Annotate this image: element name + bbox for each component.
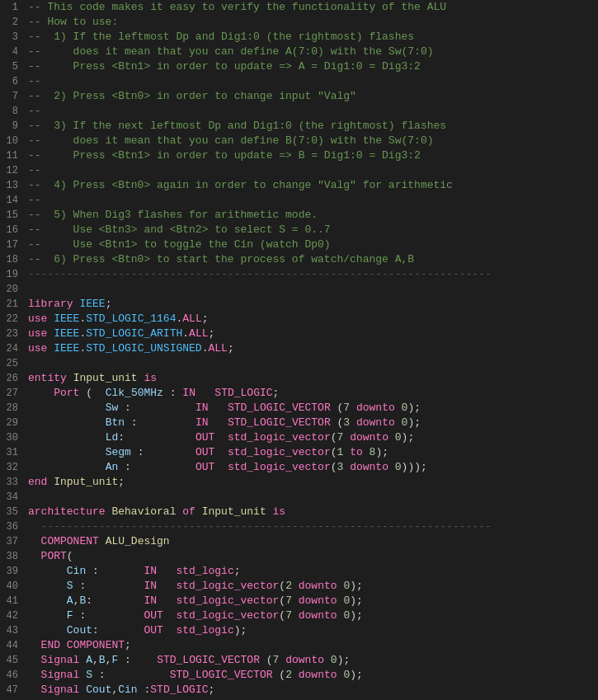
line-content: -- 6) Press <Btn0> to start the process … xyxy=(25,252,598,267)
line-content: library IEEE; xyxy=(25,297,598,312)
line-content: -- Press <Btn1> in order to update => A … xyxy=(25,59,598,74)
line-content: An : OUT std_logic_vector(3 downto 0))); xyxy=(25,460,598,475)
line-content: Signal Cout,Cin :STD_LOGIC; xyxy=(25,683,598,698)
code-line: 43 Cout: OUT std_logic); xyxy=(0,623,598,638)
line-content: PORT( xyxy=(25,549,598,564)
code-line: 28 Sw : IN STD_LOGIC_VECTOR (7 downto 0)… xyxy=(0,401,598,416)
code-line: 13-- 4) Press <Btn0> again in order to c… xyxy=(0,178,598,193)
line-content: -- does it mean that you can define A(7:… xyxy=(25,45,598,59)
line-number: 20 xyxy=(0,282,25,297)
line-content: -- 4) Press <Btn0> again in order to cha… xyxy=(25,178,598,193)
code-line: 21library IEEE; xyxy=(0,297,598,312)
line-number: 15 xyxy=(0,208,25,223)
code-line: 25 xyxy=(0,356,598,371)
code-line: 32 An : OUT std_logic_vector(3 downto 0)… xyxy=(0,460,598,475)
line-number: 44 xyxy=(0,638,25,653)
code-line: 7-- 2) Press <Btn0> in order to change i… xyxy=(0,89,598,104)
code-line: 42 F : OUT std_logic_vector(7 downto 0); xyxy=(0,608,598,623)
line-content: END COMPONENT; xyxy=(25,638,598,653)
line-number: 22 xyxy=(0,312,25,327)
code-line: 37 COMPONENT ALU_Design xyxy=(0,534,598,549)
code-line: 1-- This code makes it easy to verify th… xyxy=(0,0,598,15)
code-line: 27 Port ( Clk_50MHz : IN STD_LOGIC; xyxy=(0,386,598,401)
line-number: 33 xyxy=(0,475,25,490)
line-content: S : IN std_logic_vector(2 downto 0); xyxy=(25,579,598,594)
code-line: 41 A,B: IN std_logic_vector(7 downto 0); xyxy=(0,594,598,608)
code-line: 36 -------------------------------------… xyxy=(0,519,598,534)
line-content: architecture Behavioral of Input_unit is xyxy=(25,505,598,519)
line-content: end Input_unit; xyxy=(25,475,598,490)
line-number: 37 xyxy=(0,534,25,549)
line-content: -- Use <Btn1> to toggle the Cin (watch D… xyxy=(25,237,598,252)
line-content: Btn : IN STD_LOGIC_VECTOR (3 downto 0); xyxy=(25,416,598,430)
code-line: 31 Segm : OUT std_logic_vector(1 to 8); xyxy=(0,445,598,460)
line-content: COMPONENT ALU_Design xyxy=(25,534,598,549)
line-number: 14 xyxy=(0,193,25,208)
line-content: Cin : IN std_logic; xyxy=(25,564,598,579)
line-content: -- xyxy=(25,163,598,178)
line-content: -- Use <Btn3> and <Btn2> to select S = 0… xyxy=(25,223,598,237)
line-number: 13 xyxy=(0,178,25,193)
line-content: Signal S : STD_LOGIC_VECTOR (2 downto 0)… xyxy=(25,668,598,683)
line-number: 25 xyxy=(0,356,25,371)
code-line: 15-- 5) When Dig3 flashes for arithmetic… xyxy=(0,208,598,223)
code-line: 3-- 1) If the leftmost Dp and Dig1:0 (th… xyxy=(0,30,598,45)
line-number: 30 xyxy=(0,430,25,445)
code-line: 44 END COMPONENT; xyxy=(0,638,598,653)
code-line: 24use IEEE.STD_LOGIC_UNSIGNED.ALL; xyxy=(0,341,598,356)
code-line: 19--------------------------------------… xyxy=(0,267,598,282)
code-editor: 1-- This code makes it easy to verify th… xyxy=(0,0,598,700)
line-number: 9 xyxy=(0,119,25,134)
line-content: use IEEE.STD_LOGIC_ARITH.ALL; xyxy=(25,327,598,341)
line-content: Ld: OUT std_logic_vector(7 downto 0); xyxy=(25,430,598,445)
code-line: 8-- xyxy=(0,104,598,119)
line-content: F : OUT std_logic_vector(7 downto 0); xyxy=(25,608,598,623)
line-number: 40 xyxy=(0,579,25,594)
line-content: -- does it mean that you can define B(7:… xyxy=(25,134,598,148)
line-number: 8 xyxy=(0,104,25,119)
line-content: entity Input_unit is xyxy=(25,371,598,386)
line-number: 39 xyxy=(0,564,25,579)
line-number: 7 xyxy=(0,89,25,104)
code-line: 2-- How to use: xyxy=(0,15,598,30)
code-line: 9-- 3) If the next leftmost Dp and Dig1:… xyxy=(0,119,598,134)
line-number: 31 xyxy=(0,445,25,460)
line-number: 2 xyxy=(0,15,25,30)
code-line: 16-- Use <Btn3> and <Btn2> to select S =… xyxy=(0,223,598,237)
line-content: -- 5) When Dig3 flashes for arithmetic m… xyxy=(25,208,598,223)
line-number: 27 xyxy=(0,386,25,401)
code-line: 20 xyxy=(0,282,598,297)
line-number: 5 xyxy=(0,59,25,74)
code-line: 4-- does it mean that you can define A(7… xyxy=(0,45,598,59)
code-line: 46 Signal S : STD_LOGIC_VECTOR (2 downto… xyxy=(0,668,598,683)
line-number: 35 xyxy=(0,505,25,519)
line-number: 16 xyxy=(0,223,25,237)
line-number: 46 xyxy=(0,668,25,683)
code-line: 11-- Press <Btn1> in order to update => … xyxy=(0,148,598,163)
code-line: 14-- xyxy=(0,193,598,208)
code-line: 34 xyxy=(0,490,598,505)
code-line: 40 S : IN std_logic_vector(2 downto 0); xyxy=(0,579,598,594)
line-number: 1 xyxy=(0,0,25,15)
code-line: 39 Cin : IN std_logic; xyxy=(0,564,598,579)
line-number: 28 xyxy=(0,401,25,416)
line-content: -- This code makes it easy to verify the… xyxy=(25,0,598,15)
line-content: use IEEE.STD_LOGIC_1164.ALL; xyxy=(25,312,598,327)
line-content: Signal A,B,F : STD_LOGIC_VECTOR (7 downt… xyxy=(25,653,598,668)
line-number: 38 xyxy=(0,549,25,564)
line-number: 6 xyxy=(0,74,25,89)
line-number: 45 xyxy=(0,653,25,668)
line-content: -- xyxy=(25,74,598,89)
line-number: 41 xyxy=(0,594,25,608)
line-content: Sw : IN STD_LOGIC_VECTOR (7 downto 0); xyxy=(25,401,598,416)
code-line: 30 Ld: OUT std_logic_vector(7 downto 0); xyxy=(0,430,598,445)
line-number: 47 xyxy=(0,683,25,698)
code-line: 18-- 6) Press <Btn0> to start the proces… xyxy=(0,252,598,267)
code-line: 26entity Input_unit is xyxy=(0,371,598,386)
line-content: -- xyxy=(25,104,598,119)
line-number: 36 xyxy=(0,519,25,534)
code-line: 38 PORT( xyxy=(0,549,598,564)
line-number: 21 xyxy=(0,297,25,312)
line-content: -- How to use: xyxy=(25,15,598,30)
line-number: 32 xyxy=(0,460,25,475)
